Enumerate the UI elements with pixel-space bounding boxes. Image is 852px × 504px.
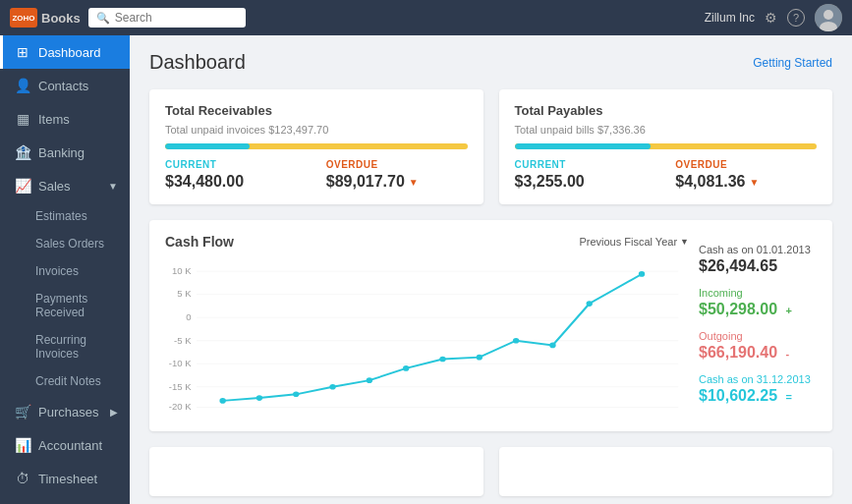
receivables-title: Total Receivables (165, 103, 468, 118)
help-icon[interactable]: ? (787, 9, 805, 27)
sidebar-item-timesheet[interactable]: ⏱ Timesheet (0, 462, 130, 495)
svg-text:-10 K: -10 K (169, 360, 192, 368)
items-icon: ▦ (15, 111, 30, 127)
svg-point-23 (439, 357, 445, 363)
sidebar-sub-payments-received[interactable]: Payments Received (28, 285, 130, 326)
svg-point-20 (329, 384, 335, 390)
receivables-current: CURRENT $34,480.00 (165, 159, 307, 191)
search-bar[interactable]: 🔍 (88, 8, 246, 28)
sidebar-item-contacts[interactable]: 👤 Contacts (0, 69, 130, 102)
summary-cards-row: Total Receivables Total unpaid invoices … (149, 89, 832, 204)
sidebar-sub-estimates[interactable]: Estimates (28, 202, 130, 230)
incoming-badge: + (786, 305, 792, 316)
svg-point-17 (219, 398, 225, 404)
receivables-amounts: CURRENT $34,480.00 OVERDUE $89,017.70 ▼ (165, 159, 468, 191)
sidebar-item-accountant[interactable]: 📊 Accountant (0, 428, 130, 462)
svg-text:10 K: 10 K (172, 266, 192, 275)
receivables-overdue-label: OVERDUE (326, 159, 468, 170)
payables-overdue-label: OVERDUE (675, 159, 817, 170)
svg-text:-5 K: -5 K (174, 336, 192, 345)
payables-current: CURRENT $3,255.00 (515, 159, 656, 191)
topnav-right: Zillum Inc ⚙ ? (705, 4, 842, 31)
cashflow-chart-area: Cash Flow Previous Fiscal Year ▼ 10 K 5 … (165, 234, 689, 418)
cashflow-incoming-label: Incoming (699, 287, 817, 299)
sidebar-item-label: Items (38, 112, 70, 127)
receivables-current-value: $34,480.00 (165, 173, 307, 191)
avatar[interactable] (815, 4, 842, 31)
logo[interactable]: ZOHO Books (10, 8, 81, 28)
receivables-current-label: CURRENT (165, 159, 307, 170)
svg-text:0: 0 (186, 313, 191, 322)
svg-point-21 (367, 377, 372, 383)
search-input[interactable] (115, 11, 233, 25)
bottom-card-2 (499, 447, 833, 496)
end-badge: = (786, 391, 792, 403)
books-label: Books (41, 11, 81, 26)
svg-point-1 (824, 10, 833, 20)
sidebar-item-label: Dashboard (38, 45, 101, 60)
search-icon: 🔍 (96, 12, 110, 25)
cashflow-end-stat: Cash as on 31.12.2013 $10,602.25 = (699, 373, 817, 405)
cashflow-header: Cash Flow Previous Fiscal Year ▼ (165, 234, 689, 250)
svg-point-18 (256, 395, 262, 401)
dashboard-icon: ⊞ (15, 44, 30, 60)
sidebar-sub-credit-notes[interactable]: Credit Notes (28, 367, 130, 395)
sidebar-sub-sales-orders[interactable]: Sales Orders (28, 230, 130, 257)
sidebar: ⊞ Dashboard 👤 Contacts ▦ Items 🏦 Banking… (0, 35, 130, 504)
sales-expand-icon: ▼ (108, 181, 118, 192)
sidebar-item-label: Contacts (38, 79, 88, 93)
org-name: Zillum Inc (705, 11, 755, 25)
sidebar-item-banking[interactable]: 🏦 Banking (0, 136, 130, 169)
page-header: Dashboard Getting Started (149, 51, 832, 74)
sidebar-item-label: Timesheet (38, 472, 97, 486)
getting-started-link[interactable]: Getting Started (753, 56, 832, 70)
bottom-cards-row (149, 447, 832, 496)
sidebar-item-items[interactable]: ▦ Items (0, 102, 130, 136)
svg-point-26 (549, 343, 555, 349)
payables-title: Total Payables (515, 103, 818, 118)
purchases-icon: 🛒 (15, 404, 30, 420)
sidebar-item-purchases[interactable]: 🛒 Purchases ▶ (0, 395, 130, 428)
timesheet-icon: ⏱ (15, 471, 30, 486)
accountant-icon: 📊 (15, 437, 30, 453)
receivables-overdue: OVERDUE $89,017.70 ▼ (326, 159, 468, 191)
sidebar-item-dashboard[interactable]: ⊞ Dashboard (0, 35, 130, 69)
sidebar-item-sales[interactable]: 📈 Sales ▼ (0, 169, 130, 202)
cashflow-chart: 10 K 5 K 0 -5 K -10 K -15 K -20 K (165, 257, 689, 415)
payables-overdue-arrow-icon: ▼ (749, 177, 759, 188)
payables-subtitle: Total unpaid bills $7,336.36 (515, 124, 818, 136)
cashflow-end-value: $10,602.25 = (699, 387, 817, 405)
outgoing-badge: - (786, 348, 790, 360)
period-selector[interactable]: Previous Fiscal Year ▼ (579, 236, 689, 248)
period-label: Previous Fiscal Year (579, 236, 677, 248)
sidebar-item-label: Accountant (38, 438, 102, 453)
cashflow-stats: Cash as on 01.01.2013 $26,494.65 Incomin… (699, 234, 817, 418)
sidebar-sub-invoices[interactable]: Invoices (28, 257, 130, 285)
cashflow-start-stat: Cash as on 01.01.2013 $26,494.65 (699, 244, 817, 275)
sidebar-sub-recurring-invoices[interactable]: Recurring Invoices (28, 326, 130, 367)
cashflow-incoming-value: $50,298.00 + (699, 301, 817, 318)
sidebar-item-label: Sales (38, 179, 71, 194)
svg-text:-20 K: -20 K (169, 403, 192, 412)
payables-overdue: OVERDUE $4,081.36 ▼ (675, 159, 817, 191)
payables-amounts: CURRENT $3,255.00 OVERDUE $4,081.36 ▼ (515, 159, 818, 191)
sales-submenu: Estimates Sales Orders Invoices Payments… (0, 202, 130, 395)
payables-current-label: CURRENT (515, 159, 656, 170)
svg-text:5 K: 5 K (177, 290, 191, 299)
payables-current-value: $3,255.00 (515, 173, 656, 191)
period-chevron-icon: ▼ (680, 237, 689, 247)
sidebar-item-label: Purchases (38, 405, 98, 420)
sidebar-item-label: Banking (38, 145, 85, 160)
settings-icon[interactable]: ⚙ (765, 10, 777, 26)
sidebar-item-reports[interactable]: 📋 Reports (0, 495, 130, 504)
cashflow-outgoing-stat: Outgoing $66,190.40 - (699, 330, 817, 362)
svg-point-25 (513, 338, 519, 344)
cashflow-outgoing-value: $66,190.40 - (699, 344, 817, 362)
cashflow-start-label: Cash as on 01.01.2013 (699, 244, 817, 255)
main-content: Dashboard Getting Started Total Receivab… (130, 35, 852, 504)
receivables-progress-fill (165, 143, 250, 149)
payables-overdue-value: $4,081.36 ▼ (675, 173, 817, 191)
cashflow-card: Cash Flow Previous Fiscal Year ▼ 10 K 5 … (149, 220, 832, 431)
page-title: Dashboard (149, 51, 246, 74)
sales-icon: 📈 (15, 178, 30, 194)
